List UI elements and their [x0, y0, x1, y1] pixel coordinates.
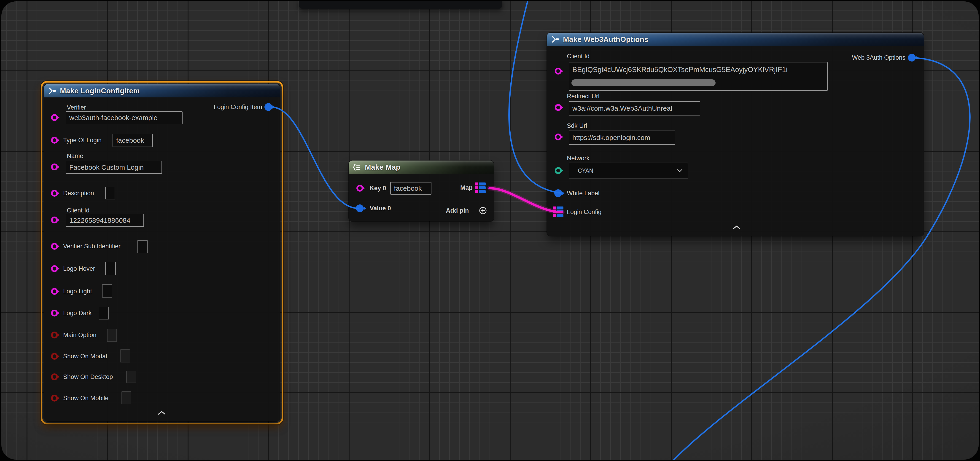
node-make-map[interactable]: Make Map Key 0 facebook Map Value 0 Add …: [349, 161, 494, 221]
pin-client-id[interactable]: [555, 68, 562, 75]
pin-label-logo-dark: Logo Dark: [63, 310, 92, 316]
pin-label-show-on-modal: Show On Modal: [63, 353, 107, 359]
pin-verifier[interactable]: [51, 114, 58, 121]
pin-show-on-desktop[interactable]: [51, 374, 58, 380]
make-map-icon: [353, 163, 362, 171]
network-dropdown-value: CYAN: [578, 167, 593, 174]
pin-type-of-login[interactable]: [51, 137, 58, 144]
node-title: Make Map: [365, 163, 400, 172]
pin-show-on-modal[interactable]: [51, 353, 58, 360]
verifier-input[interactable]: web3auth-facebook-example: [66, 111, 183, 124]
logo-hover-input[interactable]: [105, 262, 116, 275]
pin-logo-hover[interactable]: [51, 265, 58, 272]
make-struct-icon: [550, 35, 560, 43]
description-input[interactable]: [105, 187, 115, 199]
logo-light-input[interactable]: [102, 285, 112, 297]
pin-client-id[interactable]: [51, 216, 58, 223]
node-header[interactable]: Make Web3AuthOptions: [547, 33, 924, 46]
node-title: Make LoginConfigItem: [60, 87, 140, 95]
pin-value-0[interactable]: [356, 204, 364, 212]
pin-label-client-id: Client Id: [67, 207, 89, 214]
add-pin-label[interactable]: Add pin: [446, 207, 469, 214]
key-0-input[interactable]: facebook: [390, 182, 431, 195]
pin-redirect-url[interactable]: [555, 104, 562, 111]
output-pin-label: Map: [460, 184, 473, 191]
pin-label-name: Name: [67, 153, 83, 159]
pin-label-main-option: Main Option: [63, 332, 97, 338]
chevron-down-icon: [677, 169, 682, 172]
output-pin-web3auth-options[interactable]: [908, 54, 916, 62]
client-id-scrollbar[interactable]: [571, 79, 716, 86]
output-pin-label: Web 3Auth Options: [852, 54, 905, 61]
client-id-input[interactable]: BEglQSgt4cUWcj6SKRdu5QkOXTsePmMcusG5EAoy…: [569, 62, 828, 91]
node-title: Make Web3AuthOptions: [563, 35, 648, 44]
pin-login-config[interactable]: [553, 207, 564, 217]
pin-sdk-url[interactable]: [555, 134, 562, 140]
output-pin-login-config-item[interactable]: [264, 103, 272, 111]
node-make-loginconfigitem[interactable]: Make LoginConfigItem Login Config Item V…: [44, 84, 280, 421]
pin-label-key-0: Key 0: [370, 185, 386, 191]
pin-label-value-0: Value 0: [370, 205, 391, 211]
pin-label-white-label: White Label: [567, 190, 600, 196]
collapse-chevron-icon[interactable]: [733, 225, 740, 229]
add-pin-icon[interactable]: [479, 207, 487, 215]
node-header[interactable]: Make LoginConfigItem: [44, 84, 280, 97]
blueprint-graph-canvas[interactable]: Make LoginConfigItem Login Config Item V…: [2, 2, 978, 459]
pin-network[interactable]: [555, 167, 562, 174]
pin-label-logo-light: Logo Light: [63, 288, 92, 294]
output-pin-label: Login Config Item: [214, 104, 262, 110]
make-struct-icon: [48, 87, 57, 95]
pin-description[interactable]: [51, 190, 58, 197]
name-input[interactable]: Facebook Custom Login: [66, 161, 162, 174]
pin-label-verifier-sub-identifier: Verifier Sub Identifier: [63, 243, 121, 250]
pin-label-network: Network: [567, 155, 590, 161]
pin-label-show-on-desktop: Show On Desktop: [63, 374, 113, 380]
pin-label-show-on-mobile: Show On Mobile: [63, 395, 108, 401]
wire-loginconfigitem-to-value0[interactable]: [271, 107, 358, 208]
output-pin-map[interactable]: [475, 183, 486, 193]
pin-logo-dark[interactable]: [51, 310, 58, 316]
show-on-desktop-checkbox[interactable]: [126, 371, 136, 383]
redirect-url-input[interactable]: w3a://com.w3a.Web3AuthUnreal: [569, 101, 700, 116]
pin-label-type-of-login: Type Of Login: [63, 137, 102, 143]
node-make-web3authoptions[interactable]: Make Web3AuthOptions Web 3Auth Options C…: [547, 33, 924, 236]
node-header[interactable]: Make Map: [349, 161, 494, 174]
show-on-modal-checkbox[interactable]: [120, 350, 130, 362]
pin-logo-light[interactable]: [51, 288, 58, 295]
collapse-chevron-icon[interactable]: [158, 411, 165, 415]
pin-label-client-id: Client Id: [567, 53, 590, 59]
client-id-input[interactable]: 1222658941886084: [66, 214, 144, 227]
pin-label-verifier: Verifier: [67, 104, 86, 111]
pin-name[interactable]: [51, 164, 58, 170]
offscreen-node-bottom-edge[interactable]: [299, 2, 502, 9]
network-dropdown[interactable]: CYAN: [569, 162, 688, 179]
pin-main-option[interactable]: [51, 332, 58, 339]
type-of-login-input[interactable]: facebook: [113, 134, 153, 147]
logo-dark-input[interactable]: [99, 307, 109, 320]
show-on-mobile-checkbox[interactable]: [121, 391, 131, 404]
main-option-checkbox[interactable]: [107, 329, 117, 342]
pin-label-login-config: Login Config: [567, 209, 601, 215]
pin-white-label[interactable]: [554, 189, 562, 197]
pin-label-redirect-url: Redirect Url: [567, 93, 600, 100]
pin-label-description: Description: [63, 190, 94, 196]
pin-key-0[interactable]: [356, 185, 363, 192]
verifier-sub-identifier-input[interactable]: [137, 240, 148, 253]
pin-label-logo-hover: Logo Hover: [63, 265, 95, 272]
pin-show-on-mobile[interactable]: [51, 395, 58, 402]
pin-verifier-sub-identifier[interactable]: [51, 243, 58, 250]
sdk-url-input[interactable]: https://sdk.openlogin.com: [569, 130, 675, 145]
pin-label-sdk-url: Sdk Url: [567, 122, 587, 129]
